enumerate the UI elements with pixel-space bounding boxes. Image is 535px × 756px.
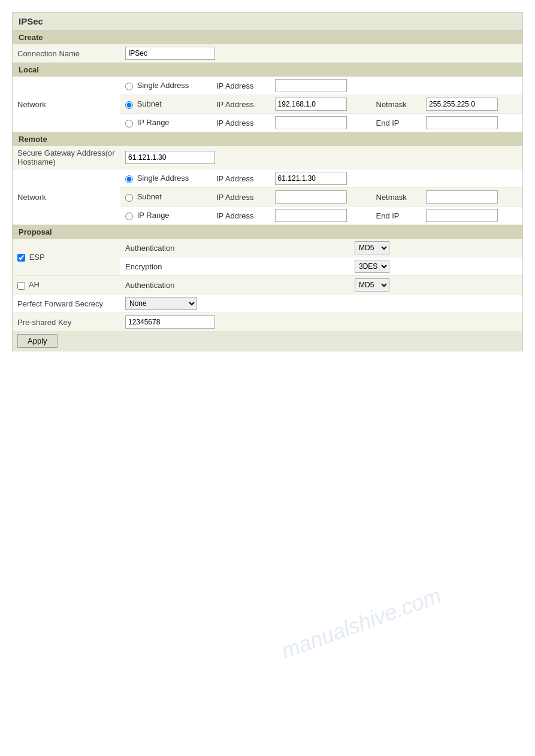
remote-single-address-row: Network Single Address IP Address (13, 169, 522, 188)
local-single-address-radio[interactable] (125, 83, 133, 90)
end-ip-label: End IP (371, 114, 422, 132)
remote-single-ip-label: IP Address (211, 169, 270, 188)
netmask-label: Netmask (371, 95, 422, 114)
ah-auth-label: Authentication (120, 276, 350, 294)
remote-range-ip-label: IP Address (211, 207, 270, 225)
remote-subnet-cell: Subnet (120, 188, 211, 207)
remote-network-label: Network (13, 169, 120, 225)
local-ip-range-cell: IP Range (120, 114, 211, 132)
secure-gateway-input[interactable] (125, 151, 215, 164)
ah-checkbox[interactable] (17, 282, 25, 290)
secure-gateway-row: Secure Gateway Address(or Hostname) (13, 146, 522, 169)
local-ip-range-option[interactable]: IP Range (125, 118, 170, 127)
proposal-section-header: Proposal (13, 225, 522, 239)
secure-gateway-label: Secure Gateway Address(or Hostname) (13, 146, 120, 169)
local-subnet-ip-label: IP Address (211, 95, 270, 114)
local-single-address-cell: Single Address (120, 77, 211, 95)
ah-auth-select[interactable]: MD5 SHA1 (355, 278, 389, 292)
local-subnet-option[interactable]: Subnet (125, 99, 162, 108)
remote-subnet-ip-input[interactable] (275, 190, 347, 204)
ipsec-panel: IPSec Create Connection Name Local Netwo… (12, 12, 523, 351)
apply-button[interactable]: Apply (17, 334, 58, 348)
local-single-address-option[interactable]: Single Address (125, 81, 189, 90)
ah-cell: AH (13, 276, 120, 294)
connection-name-row: Connection Name (13, 44, 522, 63)
page-wrapper: IPSec Create Connection Name Local Netwo… (12, 12, 523, 351)
apply-row: Apply (13, 332, 522, 351)
esp-auth-label: Authentication (120, 239, 350, 257)
remote-subnet-ip-label: IP Address (211, 188, 270, 207)
remote-subnet-option[interactable]: Subnet (125, 192, 162, 201)
remote-range-start-input[interactable] (275, 209, 347, 222)
esp-cell: ESP (13, 239, 120, 276)
esp-option[interactable]: ESP (17, 253, 45, 262)
preshared-key-row: Pre-shared Key (13, 313, 522, 332)
esp-auth-select[interactable]: MD5 SHA1 (355, 241, 389, 254)
local-single-ip-address-label: IP Address (211, 77, 270, 95)
local-subnet-ip-input[interactable] (275, 98, 347, 111)
local-single-ip-input[interactable] (275, 79, 347, 92)
remote-single-address-radio[interactable] (125, 175, 133, 183)
remote-ip-range-radio[interactable] (125, 212, 133, 220)
remote-ip-range-option[interactable]: IP Range (125, 211, 170, 220)
connection-name-cell (120, 44, 410, 63)
local-range-end-input[interactable] (426, 116, 498, 129)
local-subnet-cell: Subnet (120, 95, 211, 114)
create-section-header: Create (13, 31, 522, 44)
local-subnet-radio[interactable] (125, 101, 133, 109)
pfs-row: Perfect Forward Secrecy None Group1 Grou… (13, 294, 522, 313)
panel-title: IPSec (13, 13, 522, 31)
preshared-key-label: Pre-shared Key (13, 313, 120, 332)
remote-ip-range-cell: IP Range (120, 207, 211, 225)
local-range-start-input[interactable] (275, 116, 347, 129)
remote-single-address-option[interactable]: Single Address (125, 174, 189, 183)
remote-table: Secure Gateway Address(or Hostname) Netw… (13, 146, 522, 225)
remote-single-ip-input[interactable] (275, 172, 347, 185)
remote-end-ip-label: End IP (371, 207, 422, 225)
local-ip-range-radio[interactable] (125, 120, 133, 127)
remote-single-address-cell: Single Address (120, 169, 211, 188)
connection-name-input[interactable] (125, 47, 215, 60)
esp-enc-select[interactable]: 3DES AES DES (355, 260, 389, 273)
proposal-table: ESP Authentication MD5 SHA1 Encryption 3… (13, 239, 522, 351)
esp-auth-row: ESP Authentication MD5 SHA1 (13, 239, 522, 257)
pfs-select[interactable]: None Group1 Group2 Group5 (125, 297, 197, 310)
local-range-ip-label: IP Address (211, 114, 270, 132)
ah-auth-row: AH Authentication MD5 SHA1 (13, 276, 522, 294)
local-netmask-input[interactable] (426, 98, 498, 111)
pfs-label: Perfect Forward Secrecy (13, 294, 120, 313)
local-network-table: Network Single Address IP Address Subnet (13, 77, 522, 132)
local-section-header: Local (13, 63, 522, 77)
esp-enc-label: Encryption (120, 257, 350, 276)
preshared-key-input[interactable] (125, 315, 215, 329)
local-single-address-row: Network Single Address IP Address (13, 77, 522, 95)
remote-subnet-radio[interactable] (125, 194, 133, 202)
remote-netmask-label: Netmask (371, 188, 422, 207)
remote-range-end-input[interactable] (426, 209, 498, 222)
remote-section-header: Remote (13, 132, 522, 146)
ah-option[interactable]: AH (17, 280, 40, 289)
remote-netmask-input[interactable] (426, 190, 498, 204)
connection-name-label: Connection Name (13, 44, 120, 63)
esp-checkbox[interactable] (17, 254, 25, 262)
local-network-label: Network (13, 77, 120, 132)
connection-name-table: Connection Name (13, 44, 522, 63)
